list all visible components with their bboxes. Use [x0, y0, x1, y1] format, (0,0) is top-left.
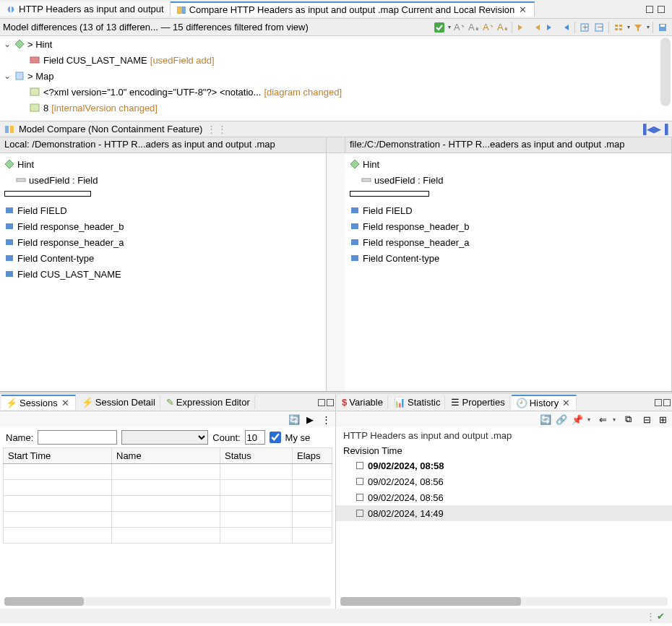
local-pane[interactable]: Hint usedField : Field Field FIELD Field… [0, 153, 327, 391]
col-start-time[interactable]: Start Time [4, 448, 112, 464]
expand-button[interactable]: ⊞ [656, 413, 669, 426]
tree-expander[interactable]: › [16, 119, 25, 121]
history-row[interactable]: 09/02/2024, 08:58 [336, 458, 672, 473]
tab-compare[interactable]: Compare HTTP Headers as input and output… [171, 1, 535, 17]
dropdown-icon[interactable]: ▾ [647, 24, 650, 30]
copy-rtl-button[interactable]: A↙ [467, 21, 480, 34]
tree-node-field[interactable]: Field CUS_LAST_NAME [43, 55, 147, 66]
prev-diff-button[interactable] [530, 21, 543, 34]
pin-button[interactable]: 📌 [571, 413, 584, 426]
copy-all-rtl-button[interactable]: A↙ [496, 21, 509, 34]
tree-node-cut[interactable]: SAMPLE_TEXT [27, 119, 95, 122]
remote-pane[interactable]: Hint usedField : Field Field FIELD Field… [345, 153, 672, 391]
name-label: Name: [6, 432, 33, 443]
table-row[interactable] [4, 528, 332, 544]
tab-variable[interactable]: $Variable [337, 395, 388, 409]
dropdown-icon[interactable]: ▾ [627, 24, 630, 30]
name-input[interactable] [38, 430, 117, 445]
svg-marker-26 [5, 160, 14, 168]
tab-sessions[interactable]: ⚡Sessions✕ [1, 395, 76, 410]
tree-scrollbar[interactable] [660, 38, 671, 106]
refresh-button[interactable]: 🔄 [539, 413, 552, 426]
history-row[interactable]: 09/02/2024, 08:56 [336, 489, 672, 505]
hint-icon [350, 159, 360, 169]
tree-node-xml[interactable]: <?xml version="1.0" encoding="UTF-8"?> <… [43, 87, 261, 98]
field-item[interactable]: Field response_header_b [363, 221, 469, 232]
svg-rect-13 [615, 25, 618, 27]
tree-node-hint[interactable]: > Hint [27, 39, 52, 50]
diff-tree[interactable]: ⌄ > Hint Field CUS_LAST_NAME [usedField … [0, 36, 672, 121]
tree-expander[interactable]: ⌄ [3, 39, 12, 49]
my-sessions-checkbox[interactable] [270, 432, 281, 443]
svg-rect-37 [351, 239, 358, 245]
group-button[interactable] [612, 21, 625, 34]
minimize-view-icon[interactable] [655, 399, 662, 406]
copy-all-ltr-button[interactable]: A↘ [481, 21, 494, 34]
nav-back-button[interactable]: ⇐ [596, 413, 609, 426]
close-icon[interactable]: ✕ [517, 4, 528, 15]
close-icon[interactable]: ✕ [60, 398, 71, 408]
sessions-table[interactable]: Start Time Name Status Elaps [3, 447, 332, 544]
tab-expression-editor[interactable]: ✎Expression Editor [162, 395, 255, 409]
tab-statistic[interactable]: 📊Statistic [389, 395, 446, 409]
field-item[interactable]: Field response_header_a [363, 237, 469, 248]
revision-icon [356, 494, 363, 501]
minimize-view-icon[interactable] [646, 6, 653, 13]
local-label: Local: /Demonstration - HTTP R...aders a… [0, 137, 327, 153]
filter-select[interactable] [121, 430, 208, 445]
next-diff-button[interactable] [515, 21, 528, 34]
maximize-view-icon[interactable] [658, 6, 665, 13]
history-hscroll[interactable] [340, 597, 668, 606]
run-button[interactable]: ▶ [303, 413, 316, 426]
minimize-view-icon[interactable] [318, 399, 325, 406]
link-button[interactable]: 🔗 [555, 413, 568, 426]
field-item[interactable]: Field Content-type [363, 253, 439, 264]
menu-button[interactable]: ⋮ [319, 413, 332, 426]
count-input[interactable] [245, 430, 265, 445]
history-row[interactable]: 09/02/2024, 08:56 [336, 473, 672, 489]
table-row[interactable] [4, 480, 332, 496]
maximize-view-icon[interactable] [663, 399, 671, 406]
maximize-view-icon[interactable] [327, 399, 334, 406]
field-item[interactable]: Field response_header_b [17, 221, 124, 232]
tab-http-headers[interactable]: HTTP Headers as input and output [0, 2, 171, 16]
next-conflict-button[interactable] [544, 21, 557, 34]
tab-session-detail[interactable]: ⚡Session Detail [77, 395, 160, 409]
expand-all-button[interactable]: + [578, 21, 591, 34]
table-row[interactable] [4, 464, 332, 480]
history-row-selected[interactable]: 08/02/2024, 14:49 [336, 505, 672, 521]
filter-button[interactable] [632, 21, 645, 34]
dropdown-icon[interactable]: ▾ [448, 24, 451, 30]
grip-icon[interactable]: ⋮⋮ [207, 124, 228, 134]
field-icon [4, 253, 14, 263]
col-elapsed[interactable]: Elaps [293, 448, 332, 464]
col-name[interactable]: Name [112, 448, 220, 464]
table-row[interactable] [4, 496, 332, 512]
field-item[interactable]: Field response_header_a [17, 237, 124, 248]
nav-last-button[interactable]: ▶▐ [655, 123, 668, 136]
tree-node-version[interactable]: 8 [43, 103, 48, 113]
status-ok-icon: ✔ [657, 611, 665, 622]
field-item[interactable]: Field FIELD [17, 205, 67, 216]
close-icon[interactable]: ✕ [561, 398, 572, 408]
field-item[interactable]: Field FIELD [363, 205, 413, 216]
tab-properties[interactable]: ☰Properties [447, 395, 509, 409]
col-status[interactable]: Status [220, 448, 293, 464]
collapse-button[interactable]: ⊟ [640, 413, 653, 426]
accept-change-button[interactable] [433, 21, 446, 34]
field-item[interactable]: Field Content-type [17, 253, 94, 264]
refresh-button[interactable]: 🔄 [288, 413, 301, 426]
tab-history[interactable]: 🕘History✕ [512, 395, 577, 410]
save-button[interactable] [656, 21, 669, 34]
table-row[interactable] [4, 512, 332, 528]
sessions-tab-bar: ⚡Sessions✕ ⚡Session Detail ✎Expression E… [0, 394, 335, 411]
tree-expander[interactable]: ⌄ [3, 71, 12, 81]
tree-node-map[interactable]: > Map [27, 71, 54, 82]
compare-button[interactable]: ⧉ [621, 413, 634, 426]
prev-conflict-button[interactable] [559, 21, 572, 34]
copy-ltr-button[interactable]: A↘ [452, 21, 465, 34]
field-item[interactable]: Field CUS_LAST_NAME [17, 269, 121, 280]
sessions-hscroll[interactable] [4, 597, 331, 606]
collapse-all-button[interactable]: – [593, 21, 606, 34]
nav-first-button[interactable]: ▐◀ [640, 123, 653, 136]
